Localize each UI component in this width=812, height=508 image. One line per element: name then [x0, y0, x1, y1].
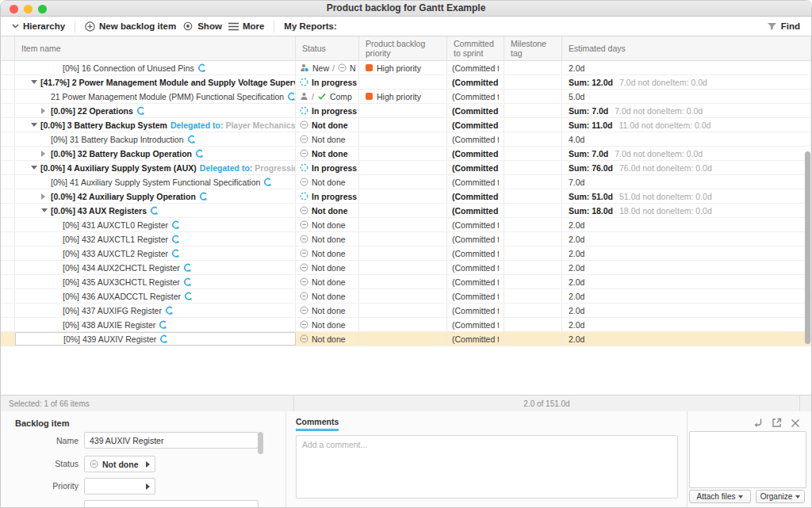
- cell-status: Not done: [296, 304, 359, 317]
- cell-committed: (Committed to pla: [447, 175, 504, 189]
- committed-to-sprint: (Committed to pla: [452, 63, 499, 73]
- status-text: Not done: [312, 149, 348, 159]
- table-row[interactable]: [0.0%] 32 Battery Backup OperationNot do…: [1, 147, 811, 161]
- table-row[interactable]: [0.0%] 22 OperationsIn progress(Committe…: [1, 104, 811, 118]
- open-in-new-icon[interactable]: [772, 418, 782, 428]
- table-row[interactable]: [0%] 436 AUXADCCTL RegisterNot done(Comm…: [1, 289, 811, 304]
- estimate-days: 2.0d: [569, 334, 584, 344]
- priority-dropdown[interactable]: [84, 478, 155, 495]
- new-backlog-item-button[interactable]: New backlog item: [82, 21, 179, 32]
- item-name: [0.0%] 22 Operations: [51, 106, 133, 116]
- sprint-link-icon: [150, 206, 158, 216]
- table-row[interactable]: [0%] 439 AUXIV RegisterNot done(Committe…: [1, 332, 811, 346]
- estimate-remaining: 76.0d not doneItem: 0.0d: [619, 163, 712, 173]
- zoom-window-button[interactable]: [38, 5, 47, 13]
- table-row[interactable]: [0%] 437 AUXIFG RegisterNot done(Committ…: [1, 304, 811, 318]
- cell-priority: [359, 104, 447, 117]
- organize-button[interactable]: Organize: [756, 490, 805, 503]
- cell-committed: (Committed to pla: [447, 204, 504, 217]
- status-text: Not done: [312, 320, 346, 330]
- hamburger-icon: [228, 22, 239, 31]
- table-row[interactable]: [0%] 434 AUX2CHCTL RegisterNot done(Comm…: [1, 261, 811, 275]
- table-row[interactable]: [0%] 41 Auxiliary Supply System Function…: [1, 175, 811, 189]
- cell-milestone: [504, 304, 562, 317]
- cell-committed: (Committed to pla: [447, 218, 504, 231]
- cell-milestone: [504, 261, 562, 274]
- table-row[interactable]: [0%] 433 AUXCTL2 RegisterNot done(Commit…: [1, 246, 811, 261]
- close-window-button[interactable]: [10, 5, 18, 13]
- more-button[interactable]: More: [225, 21, 267, 31]
- collapse-arrow[interactable]: [41, 208, 51, 212]
- cell-committed: (Committed to pla: [447, 161, 504, 174]
- name-field[interactable]: [90, 436, 253, 445]
- not-done-icon: [90, 460, 98, 468]
- column-header-milestone[interactable]: Milestone tag: [504, 36, 562, 60]
- table-row[interactable]: [41.7%] 2 Power Management Module and Su…: [1, 75, 811, 90]
- table-row[interactable]: [0.0%] 42 Auxiliary Supply OperationIn p…: [1, 189, 811, 204]
- cell-priority: [359, 261, 447, 274]
- status-dropdown[interactable]: Not done: [84, 456, 155, 472]
- committed-to-sprint: (Committed to pla: [452, 292, 499, 301]
- collapse-arrow[interactable]: [31, 80, 40, 84]
- status-minus-icon: [300, 263, 308, 272]
- attach-files-button[interactable]: Attach files: [689, 490, 751, 503]
- column-header-estimated-days[interactable]: Estimated days: [562, 36, 811, 60]
- table-row[interactable]: [0.0%] 3 Battery Backup SystemDelegated …: [1, 118, 811, 132]
- status-minus-icon: [300, 249, 308, 258]
- comment-input[interactable]: [296, 435, 678, 498]
- collapse-arrow[interactable]: [31, 123, 40, 127]
- vertical-scrollbar[interactable]: [805, 151, 810, 344]
- show-button[interactable]: Show: [179, 21, 225, 31]
- column-header-item-name[interactable]: Item name: [15, 36, 296, 60]
- toolbar-divider: [274, 21, 274, 32]
- table-row[interactable]: [0%] 435 AUX3CHCTL RegisterNot done(Comm…: [1, 275, 811, 289]
- eye-icon: [182, 21, 193, 31]
- cell-milestone: [504, 332, 562, 346]
- table-row[interactable]: [0%] 431 AUXCTL0 RegisterNot done(Commit…: [1, 218, 811, 232]
- committed-to-sprint: (Committed to pla: [452, 263, 499, 273]
- item-name: [0%] 437 AUXIFG Register: [63, 306, 162, 315]
- tab-comments[interactable]: Comments: [296, 417, 339, 431]
- attachment-drop-area[interactable]: [689, 431, 806, 488]
- expand-arrow[interactable]: [41, 151, 51, 157]
- table-row[interactable]: [0%] 438 AUXIE RegisterNot done(Committe…: [1, 318, 811, 332]
- minimize-window-button[interactable]: [24, 5, 33, 13]
- table-row[interactable]: 21 Power Management Module (PMM) Functio…: [1, 90, 811, 104]
- close-icon[interactable]: [791, 418, 800, 428]
- sprint-link-icon: [195, 149, 203, 159]
- find-button[interactable]: Find: [764, 21, 803, 31]
- table-row[interactable]: [0.0%] 43 AUX RegistersNot done(Committe…: [1, 204, 811, 218]
- item-name: [0%] 436 AUXADCCTL Register: [63, 292, 181, 301]
- panel-scrollbar[interactable]: [258, 432, 263, 454]
- triangle-right-icon: [41, 193, 45, 200]
- table-row[interactable]: [0.0%] 4 Auxiliary Supply System (AUX)De…: [1, 161, 811, 175]
- expand-arrow[interactable]: [41, 108, 51, 114]
- committed-to-sprint: (Committed to pla: [452, 178, 499, 187]
- cell-status: Not done: [296, 275, 359, 288]
- delegated-to-value: Player Mechanics: [225, 120, 295, 130]
- item-name: [0%] 31 Battery Backup Introduction: [51, 135, 184, 144]
- gutter-header: [1, 36, 15, 60]
- next-field-box[interactable]: [84, 500, 259, 508]
- cell-milestone: [504, 289, 562, 303]
- row-gutter: [1, 261, 15, 274]
- column-header-status[interactable]: Status: [296, 36, 359, 60]
- column-header-committed[interactable]: Committed to sprint: [447, 36, 504, 60]
- table-row[interactable]: [0%] 16 Connection of Unused PinsNew/NHi…: [1, 61, 811, 75]
- estimate-days: 2.0d: [569, 63, 584, 73]
- item-name: [0.0%] 43 AUX Registers: [51, 206, 147, 216]
- table-row[interactable]: [0%] 31 Battery Backup IntroductionNot d…: [1, 132, 811, 147]
- table-row[interactable]: [0%] 432 AUXCTL1 RegisterNot done(Commit…: [1, 232, 811, 246]
- row-gutter: [1, 161, 15, 174]
- dock-panel-icon[interactable]: [753, 418, 763, 428]
- cell-committed: (Committed to pla: [447, 132, 504, 146]
- cell-status: In progress: [296, 161, 359, 174]
- toolbar-divider: [75, 21, 75, 32]
- collapse-arrow[interactable]: [31, 166, 40, 170]
- hierarchy-dropdown[interactable]: Hierarchy: [9, 21, 68, 31]
- estimate-remaining: 11.0d not doneItem: 0.0d: [619, 120, 710, 130]
- status-minus-icon: [338, 63, 347, 72]
- status-minus-icon: [300, 206, 308, 215]
- expand-arrow[interactable]: [41, 193, 51, 200]
- column-header-priority[interactable]: Product backlog priority: [359, 36, 447, 60]
